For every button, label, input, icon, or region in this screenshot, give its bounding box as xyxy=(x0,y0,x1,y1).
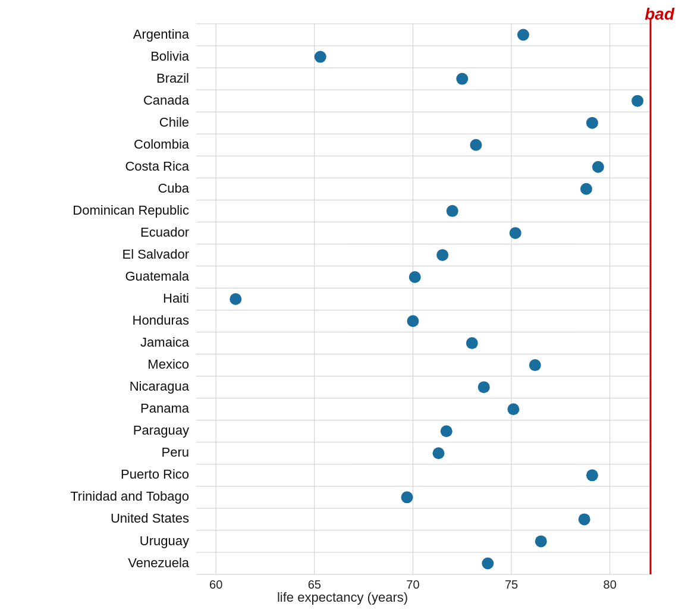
bad-label: bad xyxy=(645,5,674,24)
chart-container: bad life expectancy (years) xyxy=(0,0,685,616)
x-axis-label: life expectancy (years) xyxy=(0,590,685,605)
